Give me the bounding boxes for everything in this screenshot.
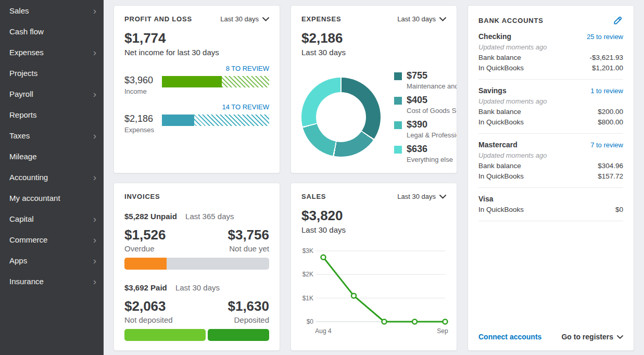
income-progress-bar (162, 76, 269, 87)
balance-value: $800.00 (598, 118, 623, 126)
bank-account-mastercard: Mastercard7 to reviewUpdated moments ago… (478, 134, 623, 188)
legend-value: $390 (407, 119, 457, 130)
savings-review-link[interactable]: 1 to review (590, 87, 623, 95)
net-income-value: $1,774 (124, 30, 269, 46)
bank-accounts-list: Checking25 to reviewUpdated moments agoB… (478, 26, 623, 221)
balance-value: -$3,621.93 (589, 54, 623, 61)
sidebar-item-apps[interactable]: Apps› (0, 250, 104, 271)
paid-bar (124, 329, 269, 341)
period-label: Last 30 days (220, 15, 259, 23)
chevron-down-icon (439, 17, 446, 21)
expenses-total: $2,186 (301, 30, 446, 46)
profit-and-loss-card: PROFIT AND LOSS Last 30 days $1,774 Net … (113, 5, 280, 173)
balance-value: $200.00 (598, 108, 623, 116)
dashboard-column-2: EXPENSES Last 30 days $2,186 Last 30 day… (291, 5, 457, 355)
balance-label: Bank balance (478, 162, 521, 170)
income-bar-solid (162, 76, 222, 87)
sales-title: SALES (301, 193, 326, 200)
connect-accounts-link[interactable]: Connect accounts (478, 333, 541, 341)
chevron-right-icon: › (93, 214, 96, 224)
bank-account-visa: VisaIn QuickBooks$0 (478, 188, 623, 221)
sidebar-item-label: Sales (9, 6, 29, 15)
sidebar-item-taxes[interactable]: Taxes› (0, 125, 104, 146)
balance-value: $304.96 (598, 162, 623, 170)
sales-subtitle: Last 30 days (301, 225, 446, 234)
sidebar-item-label: Commerce (9, 235, 47, 244)
legend-label: Cost of Goods Sold (407, 107, 457, 115)
sidebar-item-commerce[interactable]: Commerce› (0, 229, 104, 250)
mastercard-review-link[interactable]: 7 to review (590, 141, 623, 149)
sidebar-item-accounting[interactable]: Accounting› (0, 167, 104, 187)
chevron-right-icon: › (93, 131, 96, 141)
sidebar-item-label: Reports (9, 110, 37, 119)
legend-value: $755 (407, 70, 457, 81)
income-review-link[interactable]: 8 TO REVIEW (124, 65, 269, 72)
sidebar-nav: Sales›Cash flowExpenses›ProjectsPayroll›… (0, 0, 104, 355)
sidebar-item-label: Apps (9, 256, 27, 265)
balance-value: $0 (615, 206, 623, 213)
profit-loss-title: PROFIT AND LOSS (124, 15, 192, 23)
expenses-period-dropdown[interactable]: Last 30 days (397, 15, 446, 23)
legend-label: Everything else (407, 156, 453, 163)
bank-account-checking: Checking25 to reviewUpdated moments agoB… (478, 26, 623, 80)
profit-loss-period-dropdown[interactable]: Last 30 days (220, 15, 269, 23)
chevron-right-icon: › (93, 256, 96, 265)
legend-color-swatch (394, 121, 402, 129)
registers-label: Go to registers (561, 333, 613, 341)
sidebar-item-label: Expenses (9, 48, 44, 57)
sales-line-chart: $3K$2K$1K$0Aug 4Sep 2 (301, 243, 446, 341)
sidebar-item-cash-flow[interactable]: Cash flow (0, 21, 104, 42)
balance-label: In QuickBooks (478, 64, 524, 72)
sidebar-item-reports[interactable]: Reports (0, 104, 104, 125)
chevron-down-icon (262, 17, 269, 21)
legend-label: Maintenance and ... (407, 82, 457, 90)
bank-accounts-card: BANK ACCOUNTS Checking25 to reviewUpdate… (468, 5, 634, 351)
income-value: $3,960 (124, 75, 157, 86)
paid-amount: $3,692 Paid (124, 283, 167, 292)
pencil-icon (613, 15, 623, 26)
account-balance-row: Bank balance$200.00 (478, 108, 623, 116)
balance-value: $157.72 (598, 172, 623, 180)
svg-text:$2K: $2K (302, 271, 313, 278)
sidebar-item-label: Accounting (9, 173, 48, 182)
bank-account-savings: Savings1 to reviewUpdated moments agoBan… (478, 80, 623, 134)
sales-card: SALES Last 30 days $3,820 Last 30 days $… (291, 183, 457, 351)
account-name: Visa (478, 195, 494, 203)
checking-review-link[interactable]: 25 to review (587, 33, 623, 41)
unpaid-summary: $5,282 Unpaid Last 365 days (124, 212, 269, 221)
sidebar-item-expenses[interactable]: Expenses› (0, 42, 104, 62)
sidebar-item-projects[interactable]: Projects (0, 62, 104, 83)
svg-text:Aug 4: Aug 4 (315, 327, 332, 335)
balance-label: In QuickBooks (478, 172, 524, 180)
sidebar-item-my-accountant[interactable]: My accountant (0, 187, 104, 208)
sidebar-item-insurance[interactable]: Insurance› (0, 271, 104, 291)
sales-period-dropdown[interactable]: Last 30 days (397, 193, 446, 200)
sidebar-item-label: Insurance (9, 277, 44, 286)
expenses-value: $2,186 (124, 113, 157, 124)
sidebar-item-payroll[interactable]: Payroll› (0, 83, 104, 104)
account-balance-row: In QuickBooks$157.72 (478, 172, 623, 180)
balance-label: Bank balance (478, 54, 521, 61)
balance-label: In QuickBooks (478, 206, 524, 213)
sidebar-item-mileage[interactable]: Mileage (0, 146, 104, 167)
not-due-value: $3,756 (228, 227, 269, 243)
legend-item-legal-professio: $390Legal & Professio... (394, 119, 457, 139)
not-deposited-bar-segment (124, 329, 206, 341)
edit-accounts-button[interactable] (613, 15, 623, 26)
not-due-label: Not due yet (228, 244, 269, 253)
account-balance-row: Bank balance-$3,621.93 (478, 54, 623, 61)
paid-breakdown: $2,063 Not deposited $1,630 Deposited (124, 298, 269, 324)
account-updated-text: Updated moments ago (478, 151, 623, 159)
sidebar-item-sales[interactable]: Sales› (0, 0, 104, 21)
balance-value: $1,201.00 (592, 64, 623, 72)
go-to-registers-dropdown[interactable]: Go to registers (561, 333, 623, 341)
sidebar-item-capital[interactable]: Capital› (0, 208, 104, 229)
overdue-value: $1,526 (124, 227, 166, 243)
account-name: Mastercard (478, 141, 517, 149)
quickbooks-dashboard: Sales›Cash flowExpenses›ProjectsPayroll›… (0, 0, 644, 355)
account-balance-row: Bank balance$304.96 (478, 162, 623, 170)
legend-item-maintenance-and: $755Maintenance and ... (394, 70, 457, 90)
expenses-review-link[interactable]: 14 TO REVIEW (124, 103, 269, 111)
chevron-down-icon (617, 335, 623, 339)
overdue-label: Overdue (124, 244, 166, 253)
